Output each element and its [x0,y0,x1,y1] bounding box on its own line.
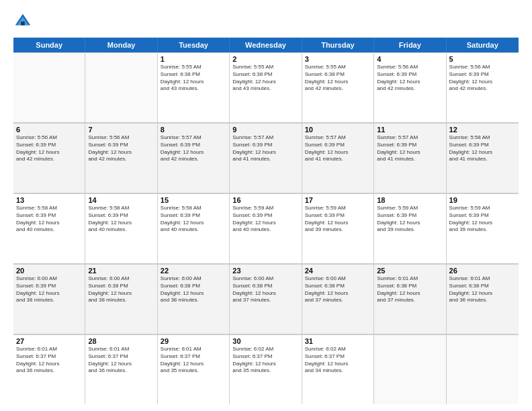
day-detail: Sunrise: 5:55 AM Sunset: 6:38 PM Dayligh… [232,64,298,93]
header-day-friday: Friday [374,38,446,52]
header-day-thursday: Thursday [302,38,374,52]
day-number: 11 [377,126,443,134]
day-number: 2 [232,55,298,63]
day-number: 15 [161,196,226,204]
day-detail: Sunrise: 5:59 AM Sunset: 6:39 PM Dayligh… [449,205,516,234]
calendar-cell: 31Sunrise: 6:02 AM Sunset: 6:37 PM Dayli… [302,334,374,404]
calendar-cell: 13Sunrise: 5:58 AM Sunset: 6:39 PM Dayli… [13,193,85,263]
day-number: 8 [161,126,226,134]
logo-icon [13,12,32,31]
day-detail: Sunrise: 6:01 AM Sunset: 6:37 PM Dayligh… [16,346,82,375]
day-detail: Sunrise: 6:00 AM Sunset: 6:38 PM Dayligh… [161,275,226,304]
day-number: 27 [16,337,82,345]
header-day-sunday: Sunday [13,38,85,52]
calendar-cell: 2Sunrise: 5:55 AM Sunset: 6:38 PM Daylig… [230,52,302,122]
day-detail: Sunrise: 5:56 AM Sunset: 6:39 PM Dayligh… [16,134,82,163]
calendar-cell: 25Sunrise: 6:01 AM Sunset: 6:38 PM Dayli… [374,264,446,334]
day-number: 7 [88,126,154,134]
calendar-cell: 26Sunrise: 6:01 AM Sunset: 6:38 PM Dayli… [447,264,519,334]
calendar-cell [13,52,85,122]
calendar-cell: 30Sunrise: 6:02 AM Sunset: 6:37 PM Dayli… [230,334,302,404]
calendar-cell: 29Sunrise: 6:01 AM Sunset: 6:37 PM Dayli… [158,334,230,404]
calendar-cell: 23Sunrise: 6:00 AM Sunset: 6:38 PM Dayli… [230,264,302,334]
calendar-cell: 20Sunrise: 6:00 AM Sunset: 6:39 PM Dayli… [13,264,85,334]
calendar-cell: 5Sunrise: 5:56 AM Sunset: 6:39 PM Daylig… [447,52,519,122]
calendar-cell: 18Sunrise: 5:59 AM Sunset: 6:39 PM Dayli… [374,193,446,263]
calendar-cell: 11Sunrise: 5:57 AM Sunset: 6:39 PM Dayli… [374,123,446,193]
day-detail: Sunrise: 5:58 AM Sunset: 6:39 PM Dayligh… [16,205,82,234]
day-number: 16 [232,196,298,204]
day-number: 29 [161,337,226,345]
calendar-cell: 4Sunrise: 5:56 AM Sunset: 6:39 PM Daylig… [374,52,446,122]
calendar-week-5: 27Sunrise: 6:01 AM Sunset: 6:37 PM Dayli… [13,334,519,404]
calendar-cell: 24Sunrise: 6:00 AM Sunset: 6:38 PM Dayli… [302,264,374,334]
day-detail: Sunrise: 5:57 AM Sunset: 6:39 PM Dayligh… [161,134,226,163]
day-detail: Sunrise: 6:01 AM Sunset: 6:38 PM Dayligh… [449,275,516,304]
day-number: 13 [16,196,82,204]
day-detail: Sunrise: 6:00 AM Sunset: 6:39 PM Dayligh… [16,275,82,304]
calendar-cell: 3Sunrise: 5:55 AM Sunset: 6:38 PM Daylig… [302,52,374,122]
calendar-cell: 1Sunrise: 5:55 AM Sunset: 6:38 PM Daylig… [158,52,230,122]
calendar-cell: 6Sunrise: 5:56 AM Sunset: 6:39 PM Daylig… [13,123,85,193]
calendar-cell: 8Sunrise: 5:57 AM Sunset: 6:39 PM Daylig… [158,123,230,193]
day-number: 20 [16,267,82,275]
day-number: 3 [305,55,371,63]
day-number: 19 [449,196,516,204]
calendar-cell: 7Sunrise: 5:56 AM Sunset: 6:39 PM Daylig… [85,123,157,193]
day-detail: Sunrise: 6:02 AM Sunset: 6:37 PM Dayligh… [232,346,298,375]
day-detail: Sunrise: 6:00 AM Sunset: 6:38 PM Dayligh… [305,275,371,304]
day-detail: Sunrise: 6:01 AM Sunset: 6:37 PM Dayligh… [88,346,154,375]
calendar-week-1: 1Sunrise: 5:55 AM Sunset: 6:38 PM Daylig… [13,52,519,123]
day-number: 6 [16,126,82,134]
day-detail: Sunrise: 5:57 AM Sunset: 6:39 PM Dayligh… [377,134,443,163]
day-detail: Sunrise: 5:58 AM Sunset: 6:39 PM Dayligh… [449,134,516,163]
day-detail: Sunrise: 5:58 AM Sunset: 6:39 PM Dayligh… [161,205,226,234]
day-number: 24 [305,267,371,275]
day-number: 26 [449,267,516,275]
day-number: 23 [232,267,298,275]
calendar-cell: 15Sunrise: 5:58 AM Sunset: 6:39 PM Dayli… [158,193,230,263]
day-detail: Sunrise: 6:01 AM Sunset: 6:38 PM Dayligh… [377,275,443,304]
calendar-week-2: 6Sunrise: 5:56 AM Sunset: 6:39 PM Daylig… [13,123,519,193]
day-detail: Sunrise: 5:57 AM Sunset: 6:39 PM Dayligh… [232,134,298,163]
calendar-cell [447,334,519,404]
day-detail: Sunrise: 5:56 AM Sunset: 6:39 PM Dayligh… [449,64,516,93]
page: SundayMondayTuesdayWednesdayThursdayFrid… [0,0,532,411]
header [13,12,519,31]
day-detail: Sunrise: 6:02 AM Sunset: 6:37 PM Dayligh… [305,346,371,375]
day-detail: Sunrise: 5:55 AM Sunset: 6:38 PM Dayligh… [161,64,226,93]
day-number: 5 [449,55,516,63]
calendar-cell: 14Sunrise: 5:58 AM Sunset: 6:39 PM Dayli… [85,193,157,263]
day-detail: Sunrise: 6:00 AM Sunset: 6:38 PM Dayligh… [232,275,298,304]
day-number: 14 [88,196,154,204]
calendar-week-4: 20Sunrise: 6:00 AM Sunset: 6:39 PM Dayli… [13,264,519,334]
calendar-cell: 28Sunrise: 6:01 AM Sunset: 6:37 PM Dayli… [85,334,157,404]
calendar-week-3: 13Sunrise: 5:58 AM Sunset: 6:39 PM Dayli… [13,193,519,264]
day-number: 12 [449,126,516,134]
day-number: 10 [305,126,371,134]
calendar-cell: 19Sunrise: 5:59 AM Sunset: 6:39 PM Dayli… [447,193,519,263]
calendar-cell: 27Sunrise: 6:01 AM Sunset: 6:37 PM Dayli… [13,334,85,404]
header-day-monday: Monday [85,38,157,52]
day-number: 9 [232,126,298,134]
day-number: 25 [377,267,443,275]
header-day-tuesday: Tuesday [158,38,230,52]
calendar-header: SundayMondayTuesdayWednesdayThursdayFrid… [13,38,519,52]
logo [13,12,35,31]
day-detail: Sunrise: 5:59 AM Sunset: 6:39 PM Dayligh… [232,205,298,234]
calendar-cell: 17Sunrise: 5:59 AM Sunset: 6:39 PM Dayli… [302,193,374,263]
day-detail: Sunrise: 5:55 AM Sunset: 6:38 PM Dayligh… [305,64,371,93]
calendar-body: 1Sunrise: 5:55 AM Sunset: 6:38 PM Daylig… [13,52,519,404]
day-number: 17 [305,196,371,204]
day-number: 28 [88,337,154,345]
day-detail: Sunrise: 5:56 AM Sunset: 6:39 PM Dayligh… [377,64,443,93]
header-day-wednesday: Wednesday [230,38,302,52]
day-number: 31 [305,337,371,345]
calendar-cell: 16Sunrise: 5:59 AM Sunset: 6:39 PM Dayli… [230,193,302,263]
svg-rect-2 [21,21,25,26]
day-detail: Sunrise: 5:59 AM Sunset: 6:39 PM Dayligh… [377,205,443,234]
day-number: 21 [88,267,154,275]
calendar-cell: 22Sunrise: 6:00 AM Sunset: 6:38 PM Dayli… [158,264,230,334]
day-number: 30 [232,337,298,345]
day-detail: Sunrise: 6:00 AM Sunset: 6:38 PM Dayligh… [88,275,154,304]
